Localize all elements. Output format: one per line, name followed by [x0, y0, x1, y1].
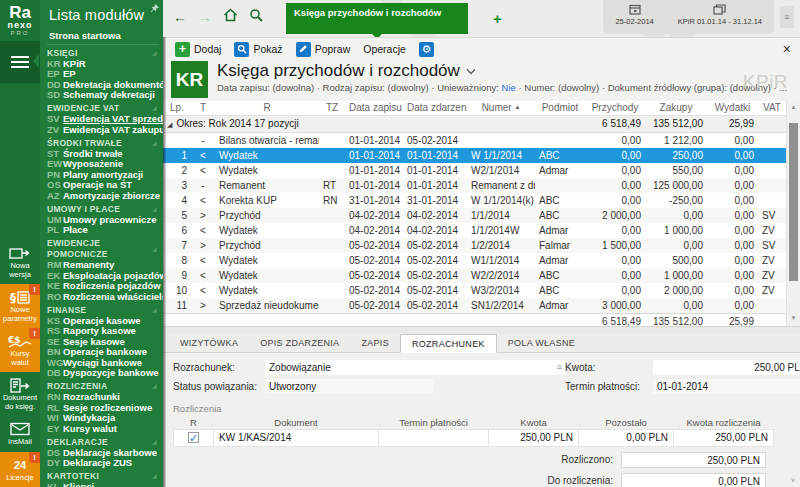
strip-tile[interactable]: ! €$ Kursy walut — [0, 328, 40, 372]
group-row[interactable]: ◢Okres: Rok 2014 17 pozycji 6 518,49 135… — [163, 115, 786, 132]
column-header[interactable]: Zakupy — [645, 101, 707, 115]
table-row[interactable]: 2 < Wydatek 01-01-2014 01-01-2014 W2/1/2… — [163, 163, 786, 178]
sidebar-item[interactable]: RS Raporty kasowe — [47, 326, 159, 337]
tab-ksiega-przychodow[interactable]: Księga przychodów i rozchodów — [286, 3, 468, 34]
table-row[interactable]: 1 < Wydatek 01-01-2014 01-01-2014 W 1/1/… — [163, 148, 786, 163]
column-header[interactable]: R — [215, 101, 319, 115]
rozrachunek-field[interactable]: Zobowiązanie≡ — [265, 360, 565, 375]
rozliczenia-column-header[interactable]: Kwota — [489, 416, 579, 429]
current-date-button[interactable]: 25-02-2014 — [603, 0, 665, 26]
filter-summary[interactable]: Data zapisu: (dowolna) · Rodzaj zapisu: … — [217, 81, 787, 94]
termin-field[interactable]: 01-01-2014 — [653, 379, 800, 394]
vertical-scrollbar[interactable]: ▴ ▾ — [786, 101, 800, 326]
sidebar-item[interactable]: EP EP — [47, 69, 159, 80]
table-row[interactable]: 3 - Remanent RT 01-01-2014 01-01-2014 Re… — [163, 178, 786, 193]
column-header[interactable]: T — [191, 101, 215, 115]
sidebar-item[interactable]: BN Operacje bankowe — [47, 347, 159, 358]
rozliczenia-column-header[interactable]: R — [174, 416, 214, 429]
back-button[interactable]: ← — [173, 9, 187, 25]
nav-overflow-menu[interactable]: ≡ — [780, 6, 794, 28]
period-button[interactable]: KPiR 01.01.14 - 31.12.14 — [666, 0, 774, 26]
strip-tile[interactable]: Dokument do księg. — [0, 372, 40, 416]
show-button[interactable]: Pokaż — [229, 41, 287, 58]
column-header[interactable]: Przychody — [585, 101, 645, 115]
table-row[interactable]: 9 < Wydatek 05-02-2014 05-02-2014 W2/2/2… — [163, 268, 786, 283]
sidebar-item[interactable]: EW Wyposażenie — [47, 159, 159, 170]
table-row[interactable]: 7 > Przychód 05-02-2014 05-02-2014 1/2/2… — [163, 238, 786, 253]
edit-button[interactable]: Popraw — [291, 41, 356, 58]
sidebar-item[interactable]: DB Dyspozycje bankowe — [47, 368, 159, 379]
strip-tile[interactable]: InsMail — [0, 416, 40, 452]
details-tab[interactable]: ZAPIS — [350, 334, 400, 352]
search-icon[interactable] — [249, 8, 263, 25]
settled-checkbox[interactable] — [188, 432, 199, 443]
rozliczenia-column-header[interactable]: Pozostało — [579, 416, 674, 429]
column-header[interactable]: Data zapisu — [345, 101, 403, 115]
add-button[interactable]: + Dodaj — [170, 41, 226, 58]
scroll-down-icon[interactable]: ▾ — [787, 314, 800, 322]
forward-button[interactable]: → — [198, 9, 212, 25]
sidebar-section-header[interactable]: DEKLARACJE ◢ — [47, 437, 159, 448]
operations-button[interactable]: Operacje — [358, 42, 411, 56]
scroll-up-icon[interactable]: ▴ — [787, 103, 800, 111]
sidebar-section-header[interactable]: FINANSE ◢ — [47, 305, 159, 316]
column-header[interactable]: Podmiot — [535, 101, 585, 115]
settings-button[interactable]: ⚙ — [414, 41, 439, 58]
details-scroll-down-icon[interactable]: ˅ — [791, 477, 795, 484]
sidebar-section-header[interactable]: ŚRODKI TRWAŁE ◢ — [47, 138, 159, 149]
table-row[interactable]: - Bilans otwarcia - remanent 01-01-2014 … — [163, 132, 786, 148]
table-row[interactable]: 10 < Wydatek 05-02-2014 05-02-2014 W3/2/… — [163, 283, 786, 298]
splitter[interactable] — [163, 326, 800, 334]
column-header[interactable]: TZ — [319, 101, 345, 115]
strip-tile[interactable]: ! § Nowe parametry — [0, 284, 40, 328]
column-header[interactable]: VAT — [758, 101, 786, 115]
column-header[interactable]: Wydatki — [707, 101, 758, 115]
home-icon[interactable] — [223, 8, 238, 25]
sidebar-item[interactable]: OS Operacje na ŚT — [47, 180, 159, 191]
sidebar-item[interactable]: KL Klienci — [47, 482, 159, 487]
sidebar-item[interactable]: ZV Ewidencja VAT zakupu — [47, 125, 159, 136]
sidebar-item[interactable]: WI Windykacja — [47, 413, 159, 424]
sidebar-item[interactable]: SV Ewidencja VAT sprzedaży — [47, 114, 159, 125]
table-row[interactable]: 6 < Wydatek 04-02-2014 04-02-2014 1/1/20… — [163, 223, 786, 238]
strip-tile[interactable]: Nowa wersja — [0, 240, 40, 284]
details-tab[interactable]: OPIS ZDARZENIA — [249, 334, 350, 352]
module-list-button[interactable] — [0, 41, 40, 83]
table-row[interactable]: 4 < Korekta KUP RN 31-01-2014 31-01-2014… — [163, 193, 786, 208]
column-header[interactable]: Data zdarzenia — [403, 101, 467, 115]
close-view-button[interactable]: × — [783, 42, 791, 56]
rozliczenia-column-header[interactable]: Dokument — [214, 416, 379, 429]
rozliczenia-column-header[interactable]: Termin płatności — [379, 416, 489, 429]
sidebar-item[interactable]: AZ Amortyzacje zbiorcze — [47, 191, 159, 202]
sidebar-item[interactable]: DY Deklaracje ZUS — [47, 458, 159, 469]
sidebar-section-header[interactable]: UMOWY I PŁACE ◢ — [47, 204, 159, 215]
sidebar-item[interactable]: SD Schematy dekretacji — [47, 90, 159, 101]
table-row[interactable]: 8 < Wydatek 05-02-2014 05-02-2014 W1/1/2… — [163, 253, 786, 268]
rozliczenia-column-header[interactable]: Kwota rozliczenia — [674, 416, 774, 429]
pin-icon[interactable] — [150, 3, 159, 15]
column-header[interactable]: Numer ▲ — [467, 101, 535, 115]
sidebar-item[interactable]: EY Kursy walut — [47, 424, 159, 435]
rozliczenia-row[interactable]: KW 1/KAS/2014 250,00 PLN 0,00 PLN 250,00… — [174, 429, 774, 446]
sidebar-item[interactable]: RM Remanenty — [47, 260, 159, 271]
filter-link-niewazniony[interactable]: Nie — [502, 82, 516, 93]
details-tab[interactable]: WIZYTÓWKA — [169, 334, 249, 352]
sidebar-item[interactable]: RN Rozrachunki — [47, 392, 159, 403]
details-tab[interactable]: POLA WŁASNE — [497, 334, 586, 352]
sidebar-section-header[interactable]: KSIĘGI ◢ — [47, 48, 159, 59]
kwota-field[interactable]: 250,00 PLN≡ — [653, 360, 800, 375]
sidebar-item-strona-startowa[interactable]: Strona startowa — [47, 29, 159, 45]
table-row[interactable]: 5 > Przychód 04-02-2014 04-02-2014 1/1/2… — [163, 208, 786, 223]
column-header[interactable]: Lp. — [163, 101, 191, 115]
table-row[interactable]: 11 > Sprzedaż nieudokumentowana 05-02-20… — [163, 298, 786, 314]
sidebar-item[interactable]: KE Rozliczenia pojazdów — [47, 281, 159, 292]
details-tab[interactable]: ROZRACHUNEK — [400, 334, 497, 353]
view-title[interactable]: Księga przychodów i rozchodów — [217, 61, 787, 81]
sidebar-section-header[interactable]: EWIDENCJE POMOCNICZE ◢ — [47, 238, 159, 260]
scrollbar-thumb[interactable] — [789, 123, 798, 281]
strip-tile[interactable]: ! 24 Licencje — [0, 452, 40, 487]
status-field: Utworzony — [265, 379, 433, 394]
new-tab-button[interactable]: + — [493, 10, 502, 27]
sidebar-item[interactable]: PL Płace — [47, 225, 159, 236]
sidebar-item[interactable]: RO Rozliczenia właścicielskie — [47, 292, 159, 303]
